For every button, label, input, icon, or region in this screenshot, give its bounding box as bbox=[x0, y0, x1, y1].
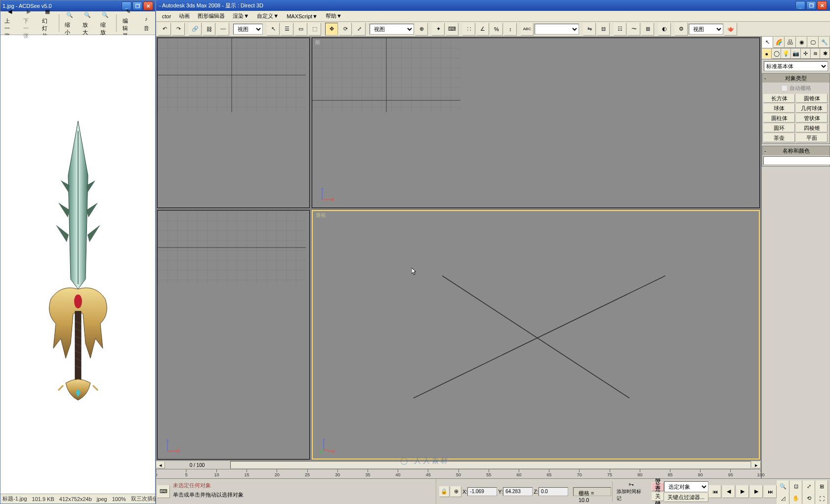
viewport-top-left[interactable] bbox=[157, 38, 310, 208]
subtab-spacewarps[interactable]: ≋ bbox=[811, 48, 821, 59]
primitive-cone[interactable]: 圆锥体 bbox=[796, 94, 828, 103]
select-name-button[interactable]: ☰ bbox=[281, 23, 293, 36]
pivot-button[interactable]: ⊕ bbox=[415, 23, 428, 36]
zoom-all-button[interactable]: ⊡ bbox=[789, 480, 802, 493]
viewport-perspective[interactable]: 透视 zxy bbox=[312, 210, 760, 460]
transform-type-button[interactable]: ⊕ bbox=[451, 486, 461, 497]
tab-utilities[interactable]: 🔧 bbox=[819, 37, 830, 48]
primitive-box[interactable]: 长方体 bbox=[763, 94, 795, 103]
menu-render[interactable]: 渲染▼ bbox=[229, 11, 253, 21]
viewport-bottom-left[interactable]: zx bbox=[157, 210, 310, 460]
menu-graph-editors[interactable]: 图形编辑器 bbox=[194, 11, 229, 21]
zoom-button[interactable]: 🔍缩放 bbox=[98, 9, 112, 37]
tab-hierarchy[interactable]: 品 bbox=[785, 37, 796, 48]
scroll-right-button[interactable]: ▸ bbox=[752, 462, 761, 468]
zoom-extents-all-button[interactable]: ⊞ bbox=[815, 480, 828, 493]
undo-button[interactable]: ↶ bbox=[158, 23, 171, 36]
time-scrollbar[interactable] bbox=[230, 461, 751, 469]
zoom-button[interactable]: 🔍 bbox=[777, 480, 789, 493]
angle-snap-button[interactable]: ∠ bbox=[476, 23, 489, 36]
subtab-systems[interactable]: ✱ bbox=[820, 48, 830, 59]
select-region-button[interactable]: ▭ bbox=[294, 23, 307, 36]
key-filters-button[interactable]: 关键点过滤器... bbox=[664, 493, 708, 502]
align-button[interactable]: ⊟ bbox=[597, 23, 610, 36]
key-filter-dropdown[interactable]: 选定对象 bbox=[664, 481, 708, 492]
subtab-helpers[interactable]: ✢ bbox=[801, 48, 811, 59]
goto-end-button[interactable]: ⏭ bbox=[764, 485, 777, 498]
render-type-dropdown[interactable]: 视图 bbox=[689, 24, 723, 35]
menu-customize[interactable]: 自定义▼ bbox=[253, 11, 283, 21]
primitive-cylinder[interactable]: 圆柱体 bbox=[763, 114, 795, 123]
named-selection-button[interactable]: ABC bbox=[521, 23, 534, 36]
window-crossing-button[interactable]: ⬚ bbox=[308, 23, 321, 36]
zoom-out-button[interactable]: 🔍缩小 bbox=[63, 9, 77, 37]
autogrid-checkbox[interactable] bbox=[781, 85, 788, 91]
time-ruler[interactable]: 0510152025303540455055606570758085909510… bbox=[156, 469, 761, 478]
coord-x-input[interactable] bbox=[467, 487, 497, 496]
snap-button[interactable]: ⸬ bbox=[462, 23, 475, 36]
mirror-button[interactable]: ⇋ bbox=[583, 23, 596, 36]
primitive-pyramid[interactable]: 四棱锥 bbox=[796, 124, 828, 132]
primitive-teapot[interactable]: 茶壶 bbox=[763, 133, 795, 142]
subtab-shapes[interactable]: ◯ bbox=[772, 48, 782, 59]
rollout-header[interactable]: -名称和颜色 bbox=[762, 146, 830, 155]
tab-display[interactable]: 🖵 bbox=[807, 37, 819, 48]
selection-filter-dropdown[interactable]: 视图 bbox=[233, 24, 263, 35]
primitive-tube[interactable]: 管状体 bbox=[796, 114, 828, 123]
audio-button[interactable]: ♪音 bbox=[139, 13, 153, 33]
layers-button[interactable]: ☷ bbox=[614, 23, 626, 36]
redo-button[interactable]: ↷ bbox=[172, 23, 185, 36]
subtab-lights[interactable]: 💡 bbox=[781, 48, 791, 59]
field-of-view-button[interactable]: ◿ bbox=[777, 492, 789, 504]
ref-coord-dropdown[interactable]: 视图 bbox=[370, 24, 414, 35]
select-button[interactable]: ↖ bbox=[267, 23, 280, 36]
scale-button[interactable]: ⤢ bbox=[353, 23, 366, 36]
viewport-top-right[interactable]: 前 zx bbox=[312, 38, 760, 208]
subtab-cameras[interactable]: 📷 bbox=[791, 48, 801, 59]
menu-maxscript[interactable]: MAXScript▼ bbox=[283, 12, 322, 21]
minimize-button[interactable]: _ bbox=[795, 1, 805, 10]
scroll-left-button[interactable]: ◂ bbox=[156, 462, 165, 468]
maxscript-listener-button[interactable]: ⌨ bbox=[157, 485, 170, 498]
primitive-geosphere[interactable]: 几何球体 bbox=[796, 104, 828, 113]
tab-modify[interactable]: 🌈 bbox=[773, 37, 785, 48]
rollout-header[interactable]: -对象类型 bbox=[762, 74, 830, 83]
subtab-geometry[interactable]: ● bbox=[762, 48, 772, 59]
link-button[interactable]: 🔗 bbox=[189, 23, 202, 36]
bind-spacewarp-button[interactable]: 〰 bbox=[216, 23, 229, 36]
curve-editor-button[interactable]: 〜 bbox=[627, 23, 640, 36]
tab-motion[interactable]: ◉ bbox=[796, 37, 807, 48]
setkey-button[interactable]: 设置关键点 bbox=[652, 492, 664, 501]
coord-z-input[interactable] bbox=[539, 487, 568, 496]
close-button[interactable]: ✕ bbox=[143, 1, 153, 10]
move-button[interactable]: ✥ bbox=[325, 23, 338, 36]
lock-selection-button[interactable]: 🔒 bbox=[439, 486, 450, 497]
primitive-torus[interactable]: 圆环 bbox=[763, 124, 795, 132]
maximize-viewport-button[interactable]: ⛶ bbox=[815, 492, 828, 504]
restore-button[interactable]: ❐ bbox=[806, 1, 816, 10]
rotate-button[interactable]: ⟳ bbox=[339, 23, 352, 36]
render-setup-button[interactable]: ⚙ bbox=[675, 23, 688, 36]
primitive-sphere[interactable]: 球体 bbox=[763, 104, 795, 113]
quick-render-button[interactable]: 🫖 bbox=[724, 23, 737, 36]
percent-snap-button[interactable]: % bbox=[490, 23, 503, 36]
next-frame-button[interactable]: ▶ bbox=[750, 485, 763, 498]
zoom-in-button[interactable]: 🔍放大 bbox=[81, 9, 94, 37]
zoom-extents-button[interactable]: ⤢ bbox=[802, 480, 815, 493]
material-editor-button[interactable]: ◐ bbox=[658, 23, 671, 36]
manipulate-button[interactable]: ✦ bbox=[432, 23, 445, 36]
coord-y-input[interactable] bbox=[503, 487, 533, 496]
acdsee-viewer[interactable] bbox=[0, 35, 155, 494]
menu-animation[interactable]: 动画 bbox=[175, 11, 194, 21]
close-button[interactable]: ✕ bbox=[817, 1, 827, 10]
keyboard-shortcut-button[interactable]: ⌨ bbox=[446, 23, 458, 36]
object-name-input[interactable] bbox=[763, 156, 830, 165]
time-tag-label[interactable]: 添加时间标记 bbox=[617, 488, 646, 502]
play-button[interactable]: ▶ bbox=[736, 485, 749, 498]
primitive-plane[interactable]: 平面 bbox=[796, 133, 828, 142]
unlink-button[interactable]: ⛓ bbox=[203, 23, 215, 36]
prev-frame-button[interactable]: ◀ bbox=[722, 485, 735, 498]
spinner-snap-button[interactable]: ↕ bbox=[504, 23, 517, 36]
pan-button[interactable]: ✋ bbox=[789, 492, 802, 504]
next-image-button[interactable]: ▶下一张 bbox=[21, 5, 36, 41]
